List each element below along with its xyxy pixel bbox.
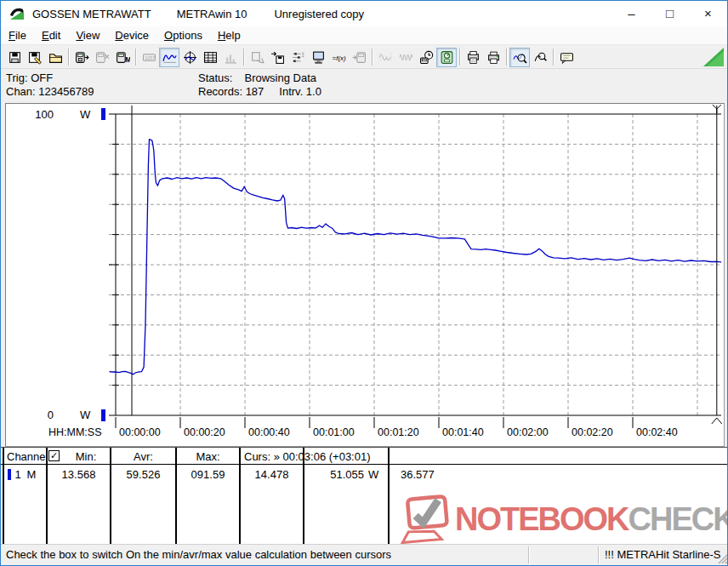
toolbar-separator [506,49,507,66]
write-device-icon [352,50,367,65]
titlebar-brand: GOSSEN METRAWATT [32,8,151,20]
channel-range-marker-top [101,108,105,120]
bar-graph-view-button [220,48,241,67]
logo-text-check: CHECK [628,503,728,535]
minmax-between-cursors-checkbox[interactable]: ✓ [48,450,60,461]
statusbar-divider [598,546,599,563]
open-file-icon [48,50,63,65]
time-setup-icon [419,50,434,65]
save-as-button[interactable] [25,48,45,67]
annotation-button[interactable] [556,48,577,67]
close-button[interactable]: × [689,1,727,26]
channel-settings-button[interactable] [287,48,308,67]
save-button[interactable] [4,48,25,67]
table-header-divider [1,464,728,465]
x-tick-label: 00:01:00 [313,426,355,438]
channel-settings-icon [291,50,305,65]
menu-file[interactable]: File [1,27,34,43]
live-measurement-icon [440,50,454,65]
statusbar-message: Check the box to switch On the min/avr/m… [6,548,391,561]
toolbar-separator [459,49,460,66]
read-device-memory-button[interactable] [71,48,92,67]
print-icon [486,50,501,65]
interval-value: Intrv. 1.0 [279,85,321,98]
menu-device[interactable]: Device [107,27,156,43]
avr-value: 59.526 [111,468,175,481]
channel-number: 1 [13,468,23,481]
store-to-device-button[interactable] [267,48,287,67]
col-header-cursors: Curs: » 00:03:06 (+03:01) [244,450,371,463]
export-data-button [247,48,267,67]
menu-options[interactable]: Options [156,27,210,43]
logo-text-notebook: NOTEBOOK [455,503,628,535]
zoom-free-button[interactable] [530,48,550,67]
resize-grip[interactable] [716,552,728,564]
statusbar: Check the box to switch On the min/avr/m… [1,544,728,565]
chart-panel: 00:00:0000:00:2000:00:4000:01:0000:01:20… [5,103,725,447]
toolbar-separator [553,49,554,66]
formula-editor-icon: =f(x) [332,50,346,65]
notebookcheck-logo: NOTEBOOKCHECK [397,494,728,545]
records-count: Records: 187 [198,85,264,98]
col-header-avr: Avr: [111,450,175,463]
x-tick-label: 00:01:20 [378,426,419,438]
x-tick-label: 00:01:40 [442,426,484,438]
trigger-status: Trig: OFF [6,71,94,85]
x-tick-label: 00:00:00 [119,426,161,438]
y-min-label: 0 [48,409,54,421]
toolbar-separator [372,49,373,66]
svg-text:=f(x): =f(x) [332,54,345,61]
table-border [388,448,390,546]
svg-text:1257: 1257 [145,54,155,60]
max-value: 091.59 [177,468,239,481]
app-window: GOSSEN METRAWATT METRAwin 10 Unregistere… [0,0,728,566]
cursor-right-bottom-marker [712,418,722,424]
app-logo-icon [9,6,25,21]
live-measurement-button[interactable] [436,48,457,67]
write-device-button [349,48,369,67]
channel-color-chip [8,469,11,480]
power-chart[interactable]: 00:00:0000:00:2000:00:4000:01:0000:01:20… [6,104,724,446]
menu-help[interactable]: Help [210,27,248,43]
export-data-icon [250,50,264,65]
read-device-config-button[interactable]: M [112,48,133,67]
col-header-channel: Channel: [7,450,51,463]
menu-view[interactable]: View [68,27,107,43]
dense-wave-view-icon [399,50,413,65]
print-preview-icon [466,50,481,65]
channel-range-marker-bottom [101,409,105,421]
annotation-icon [560,50,574,65]
minimize-button[interactable]: – [612,1,651,26]
curve-chart-view-button[interactable] [159,48,179,67]
store-to-device-icon [270,50,285,65]
time-setup-button[interactable] [416,48,436,67]
status-value: Browsing Data [244,71,316,84]
menu-edit[interactable]: Edit [34,27,68,43]
measurement-table: Channel: ✓ Min: Avr: Max: Curs: » 00:03:… [1,447,728,546]
table-border [239,448,241,546]
maximize-button[interactable]: □ [651,1,689,26]
y-unit-label: W [80,409,91,421]
statusbar-divider [528,546,529,563]
open-file-button[interactable] [45,48,65,67]
numeric-display-button: 1257 [139,48,159,67]
clear-device-memory-icon [95,50,110,65]
x-tick-label: 00:02:40 [636,426,678,438]
zoom-time-axis-button[interactable] [509,48,530,67]
curve-cursor-view-button[interactable] [179,48,200,67]
notebookcheck-laptop-icon [397,495,455,544]
table-view-button[interactable] [200,48,220,67]
toolbar-separator [243,49,244,66]
formula-editor-button[interactable]: =f(x) [328,48,349,67]
display-settings-button[interactable] [308,48,328,67]
save-icon [8,50,22,65]
print-preview-button[interactable] [463,48,483,67]
min-value: 13.568 [48,468,110,481]
col-header-max: Max: [177,450,239,463]
window-controls: – □ × [612,1,727,26]
channel-mode: M [25,468,38,481]
analog-wave-view-icon [378,50,393,65]
print-button[interactable] [483,48,503,67]
x-tick-label: 00:02:20 [572,426,613,438]
clear-device-memory-button [92,48,112,67]
